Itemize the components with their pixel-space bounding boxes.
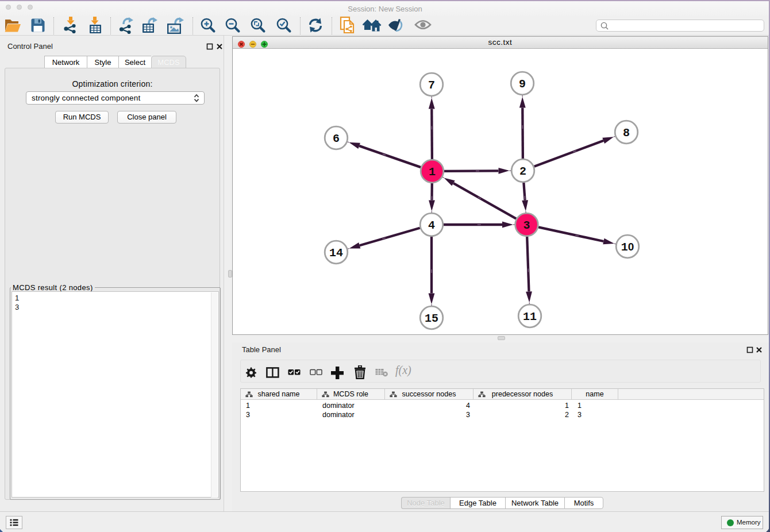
- svg-text:9: 9: [519, 78, 526, 91]
- svg-text:8: 8: [623, 126, 630, 140]
- svg-text:3: 3: [523, 219, 530, 232]
- svg-text:14: 14: [329, 246, 343, 260]
- svg-text:10: 10: [621, 241, 634, 254]
- svg-text:6: 6: [333, 132, 340, 145]
- svg-text:11: 11: [523, 310, 537, 323]
- svg-text:7: 7: [428, 79, 435, 92]
- svg-text:2: 2: [519, 165, 526, 178]
- svg-text:4: 4: [428, 219, 435, 232]
- svg-text:15: 15: [425, 312, 438, 325]
- svg-text:1: 1: [429, 165, 436, 179]
